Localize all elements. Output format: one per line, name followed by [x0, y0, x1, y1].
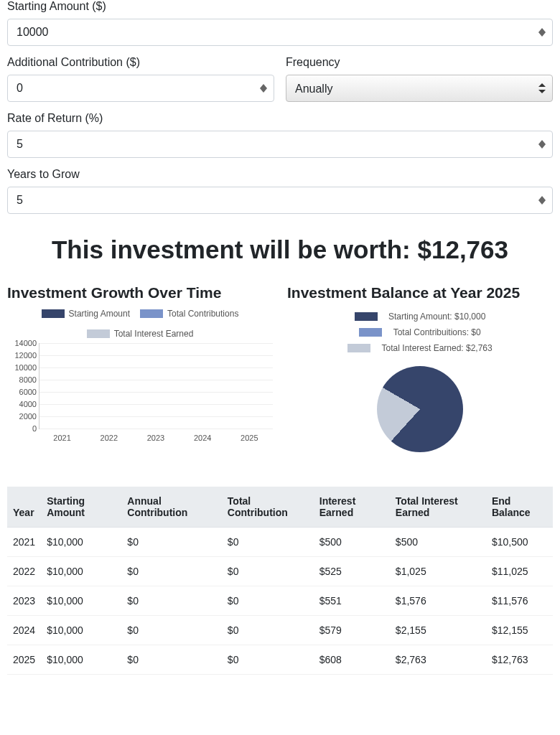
legend-label: Starting Amount: [69, 309, 130, 319]
table-cell: $0: [121, 616, 222, 645]
table-cell: $500: [314, 528, 390, 557]
starting-amount-label: Starting Amount ($): [7, 0, 553, 13]
x-tick-label: 2021: [53, 434, 70, 442]
table-cell: $500: [390, 528, 486, 557]
rate-of-return-input[interactable]: [7, 131, 553, 158]
table-cell: $579: [314, 616, 390, 645]
legend-label: Starting Amount: $10,000: [388, 312, 485, 322]
legend-swatch-icon: [355, 312, 378, 321]
pie-chart-title: Investment Balance at Year 2025: [287, 284, 553, 301]
additional-contribution-input[interactable]: [7, 75, 274, 102]
legend-swatch-icon: [87, 329, 110, 338]
table-cell: $2,763: [390, 645, 486, 675]
table-cell: $10,000: [41, 645, 121, 675]
svg-marker-9: [538, 200, 546, 205]
frequency-select[interactable]: Anually: [286, 75, 553, 102]
table-cell: $0: [222, 645, 314, 675]
table-row: 2022$10,000$0$0$525$1,025$11,025: [7, 557, 553, 586]
table-header: Total Contribution: [222, 487, 314, 528]
table-cell: $0: [222, 586, 314, 616]
result-headline: This investment will be worth: $12,763: [7, 235, 553, 264]
legend-swatch-icon: [140, 309, 163, 318]
table-cell: $2,155: [390, 616, 486, 645]
y-tick-label: 14000: [8, 339, 37, 347]
table-cell: $10,500: [486, 528, 553, 557]
table-cell: $551: [314, 586, 390, 616]
table-cell: $0: [222, 528, 314, 557]
pie-chart-legend: Starting Amount: $10,000 Total Contribui…: [287, 309, 553, 356]
bar-chart-legend: Starting Amount Total Contributions Tota…: [7, 309, 273, 339]
table-row: 2025$10,000$0$0$608$2,763$12,763: [7, 645, 553, 675]
table-cell: $525: [314, 557, 390, 586]
table-header: Starting Amount: [41, 487, 121, 528]
y-tick-label: 12000: [8, 351, 37, 360]
table-cell: $12,155: [486, 616, 553, 645]
table-cell: $0: [222, 557, 314, 586]
table-cell: 2022: [7, 557, 41, 586]
x-tick-label: 2025: [241, 434, 258, 442]
table-cell: $11,025: [486, 557, 553, 586]
legend-label: Total Interest Earned: $2,763: [382, 343, 493, 353]
legend-swatch-icon: [347, 344, 370, 352]
legend-swatch-icon: [359, 328, 382, 337]
bar-chart-x-axis: 20212022202320242025: [39, 434, 273, 442]
pie-chart: [377, 366, 463, 452]
table-header: Total Interest Earned: [390, 487, 486, 528]
table-cell: $0: [121, 645, 222, 675]
table-cell: $11,576: [486, 586, 553, 616]
table-cell: $1,025: [390, 557, 486, 586]
legend-label: Total Interest Earned: [114, 329, 194, 339]
table-header: End Balance: [486, 487, 553, 528]
legend-swatch-icon: [42, 309, 65, 318]
table-cell: 2021: [7, 528, 41, 557]
stepper-icon[interactable]: [538, 140, 546, 149]
y-tick-label: 4000: [8, 400, 37, 408]
y-tick-label: 6000: [8, 388, 37, 396]
result-value: $12,763: [417, 235, 508, 263]
table-cell: $0: [222, 616, 314, 645]
table-row: 2024$10,000$0$0$579$2,155$12,155: [7, 616, 553, 645]
rate-of-return-label: Rate of Return (%): [7, 112, 553, 125]
x-tick-label: 2022: [101, 434, 118, 442]
table-cell: $10,000: [41, 528, 121, 557]
legend-label: Total Contribuitions: $0: [393, 327, 481, 337]
x-tick-label: 2024: [194, 434, 211, 442]
svg-marker-7: [538, 144, 546, 149]
additional-contribution-label: Additional Contribution ($): [7, 56, 274, 69]
table-cell: $0: [121, 557, 222, 586]
legend-label: Total Contributions: [167, 309, 238, 319]
table-header: Year: [7, 487, 41, 528]
y-tick-label: 10000: [8, 363, 37, 372]
table-cell: $12,763: [486, 645, 553, 675]
bar-chart-title: Investment Growth Over Time: [7, 284, 273, 301]
table-header: Interest Earned: [314, 487, 390, 528]
table-cell: 2024: [7, 616, 41, 645]
result-prefix: This investment will be worth:: [52, 235, 418, 263]
stepper-icon[interactable]: [538, 196, 546, 205]
frequency-label: Frequency: [286, 56, 553, 69]
svg-marker-1: [538, 32, 546, 37]
table-cell: 2025: [7, 645, 41, 675]
table-cell: $608: [314, 645, 390, 675]
stepper-icon[interactable]: [538, 28, 546, 37]
x-tick-label: 2023: [147, 434, 164, 442]
table-cell: $10,000: [41, 616, 121, 645]
table-cell: $10,000: [41, 557, 121, 586]
table-cell: 2023: [7, 586, 41, 616]
y-tick-label: 0: [8, 424, 37, 433]
table-cell: $0: [121, 528, 222, 557]
table-cell: $10,000: [41, 586, 121, 616]
table-row: 2021$10,000$0$0$500$500$10,500: [7, 528, 553, 557]
table-row: 2023$10,000$0$0$551$1,576$11,576: [7, 586, 553, 616]
table-cell: $0: [121, 586, 222, 616]
stepper-icon[interactable]: [260, 84, 267, 93]
svg-marker-3: [260, 88, 267, 93]
years-to-grow-label: Years to Grow: [7, 168, 553, 181]
table-cell: $1,576: [390, 586, 486, 616]
starting-amount-input[interactable]: [7, 19, 553, 46]
bar-chart-area: 02000400060008000100001200014000: [39, 343, 273, 429]
y-tick-label: 2000: [8, 412, 37, 421]
table-header: Annual Contribution: [121, 487, 222, 528]
y-tick-label: 8000: [8, 375, 37, 384]
years-to-grow-input[interactable]: [7, 187, 553, 214]
